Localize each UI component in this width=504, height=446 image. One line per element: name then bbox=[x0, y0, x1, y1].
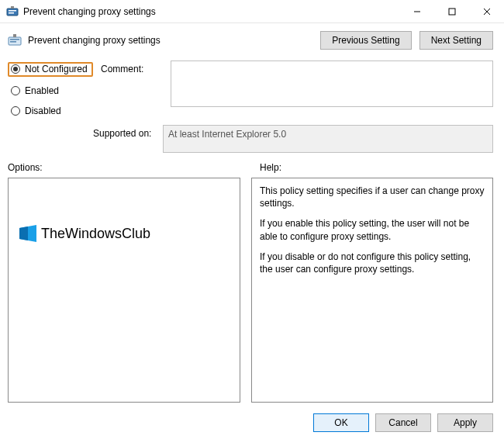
ok-button[interactable]: OK bbox=[313, 413, 369, 432]
window-controls bbox=[399, 0, 504, 22]
svg-rect-0 bbox=[7, 9, 18, 16]
close-button[interactable] bbox=[469, 0, 504, 23]
svg-rect-11 bbox=[13, 34, 16, 37]
supported-on-label: Supported on: bbox=[93, 125, 155, 139]
svg-rect-2 bbox=[9, 12, 14, 14]
policy-icon bbox=[6, 5, 19, 18]
apply-button[interactable]: Apply bbox=[437, 413, 493, 432]
svg-rect-10 bbox=[10, 41, 16, 43]
maximize-button[interactable] bbox=[434, 0, 469, 23]
cancel-button[interactable]: Cancel bbox=[375, 413, 431, 432]
svg-rect-9 bbox=[10, 39, 19, 40]
comment-label: Comment: bbox=[101, 61, 163, 74]
next-setting-button[interactable]: Next Setting bbox=[419, 31, 493, 50]
policy-header-icon bbox=[8, 33, 22, 47]
supported-on-value: At least Internet Explorer 5.0 bbox=[163, 125, 493, 153]
state-radio-group: Not Configured Enabled Disabled bbox=[8, 61, 93, 117]
config-area: Not Configured Enabled Disabled Comment: bbox=[0, 54, 504, 120]
titlebar: Prevent changing proxy settings bbox=[0, 0, 504, 23]
lower-labels: Options: Help: bbox=[0, 161, 504, 176]
radio-not-configured[interactable]: Not Configured bbox=[8, 62, 93, 77]
previous-setting-button[interactable]: Previous Setting bbox=[320, 31, 411, 50]
help-label: Help: bbox=[260, 162, 281, 173]
comment-input[interactable] bbox=[171, 61, 493, 107]
radio-enabled[interactable]: Enabled bbox=[8, 85, 93, 97]
window-title: Prevent changing proxy settings bbox=[23, 6, 399, 17]
svg-marker-13 bbox=[19, 226, 28, 240]
radio-label: Enabled bbox=[25, 85, 59, 96]
help-paragraph: If you disable or do not configure this … bbox=[260, 251, 485, 275]
help-paragraph: This policy setting specifies if a user … bbox=[260, 185, 485, 209]
svg-rect-1 bbox=[9, 10, 16, 12]
svg-rect-3 bbox=[11, 6, 14, 9]
minimize-button[interactable] bbox=[399, 0, 434, 23]
options-pane: TheWindowsClub bbox=[8, 178, 240, 403]
options-label: Options: bbox=[8, 162, 244, 173]
policy-name: Prevent changing proxy settings bbox=[28, 35, 161, 46]
watermark: TheWindowsClub bbox=[19, 225, 150, 242]
radio-disabled[interactable]: Disabled bbox=[8, 105, 93, 117]
footer: OK Cancel Apply bbox=[0, 409, 504, 440]
radio-dot-icon bbox=[11, 64, 20, 74]
help-pane: This policy setting specifies if a user … bbox=[251, 178, 493, 403]
watermark-text: TheWindowsClub bbox=[41, 226, 150, 242]
svg-rect-5 bbox=[449, 9, 455, 15]
help-paragraph: If you enable this policy setting, the u… bbox=[260, 217, 485, 242]
radio-label: Disabled bbox=[25, 105, 61, 116]
radio-dot-icon bbox=[11, 106, 20, 116]
lower-panes: TheWindowsClub This policy setting speci… bbox=[0, 176, 504, 409]
radio-label: Not Configured bbox=[25, 64, 88, 74]
header-row: Prevent changing proxy settings Previous… bbox=[0, 23, 504, 54]
watermark-logo-icon bbox=[19, 225, 36, 242]
radio-dot-icon bbox=[11, 86, 20, 95]
supported-row: Supported on: At least Internet Explorer… bbox=[0, 120, 504, 161]
